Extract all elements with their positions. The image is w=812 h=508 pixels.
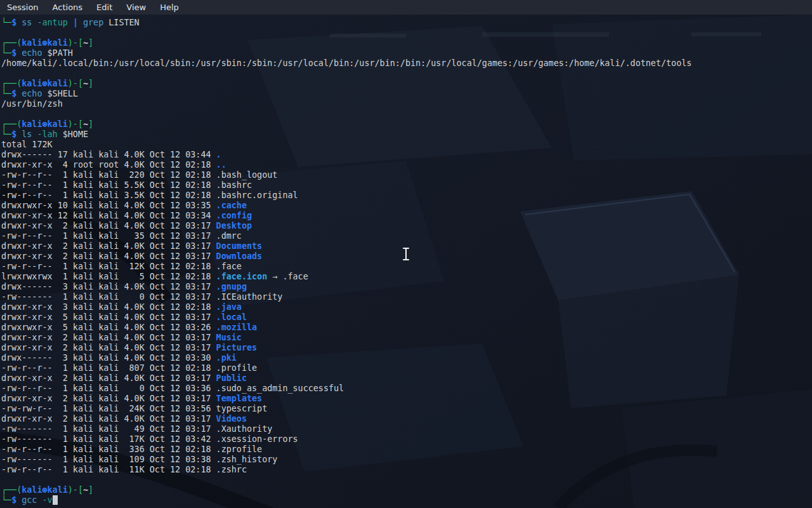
menu-edit[interactable]: Edit: [89, 0, 119, 15]
terminal-line: drwxr-xr-x 12 kali kali 4.0K Oct 12 03:3…: [1, 211, 812, 221]
terminal-line: └─$ ss -antup | grep LISTEN: [1, 18, 812, 28]
terminal-line: ┌──(kali⊛kali)-[~]: [1, 38, 812, 48]
terminal-line: lrwxrwxrwx 1 kali kali 5 Oct 12 02:18 .f…: [1, 272, 812, 282]
terminal-line: -rw-r--r-- 1 kali kali 0 Oct 12 03:36 .s…: [1, 384, 812, 394]
terminal-line: drwxrwxr-x 5 kali kali 4.0K Oct 12 03:26…: [1, 323, 812, 333]
terminal-line: -rw------- 1 kali kali 0 Oct 12 03:17 .I…: [1, 292, 812, 302]
terminal-line: drwx------ 17 kali kali 4.0K Oct 12 03:4…: [1, 150, 812, 160]
terminal-line: drwxr-xr-x 2 kali kali 4.0K Oct 12 03:17…: [1, 333, 812, 343]
terminal-line: total 172K: [1, 140, 812, 150]
terminal-line: drwxr-xr-x 4 root root 4.0K Oct 12 02:18…: [1, 160, 812, 170]
terminal-line: drwxr-xr-x 2 kali kali 4.0K Oct 12 03:17…: [1, 414, 812, 424]
terminal-line: -rw------- 1 kali kali 109 Oct 12 03:38 …: [1, 455, 812, 465]
menu-view[interactable]: View: [119, 0, 153, 15]
terminal-line: -rw-rw-r-- 1 kali kali 24K Oct 12 03:56 …: [1, 404, 812, 414]
terminal-line: drwxr-xr-x 2 kali kali 4.0K Oct 12 03:17…: [1, 373, 812, 384]
menu-help[interactable]: Help: [153, 0, 186, 15]
terminal-line: └─$ ls -lah $HOME: [1, 130, 812, 140]
terminal-line: drwxr-xr-x 5 kali kali 4.0K Oct 12 03:17…: [1, 312, 812, 323]
terminal-line: └─$ echo $PATH: [1, 48, 812, 58]
terminal-line: /home/kali/.local/bin:/usr/local/sbin:/u…: [1, 58, 812, 69]
terminal-line: -rw-r--r-- 1 kali kali 12K Oct 12 02:18 …: [1, 262, 812, 272]
terminal-output[interactable]: └─$ ss -antup | grep LISTEN┌──(kali⊛kali…: [0, 15, 812, 508]
terminal-line: -rw------- 1 kali kali 17K Oct 12 03:42 …: [1, 434, 812, 444]
terminal-line: drwx------ 3 kali kali 4.0K Oct 12 03:17…: [1, 282, 812, 292]
terminal-line: /usr/bin/zsh: [1, 99, 812, 109]
menu-session[interactable]: Session: [0, 0, 46, 15]
terminal-line: -rw-r--r-- 1 kali kali 807 Oct 12 02:18 …: [1, 363, 812, 373]
terminal-line: └─$ echo $SHELL: [1, 89, 812, 99]
terminal-line: drwxr-xr-x 2 kali kali 4.0K Oct 12 03:17…: [1, 241, 812, 251]
terminal-line: -rw-r--r-- 1 kali kali 336 Oct 12 02:18 …: [1, 444, 812, 455]
terminal-line: -rw-r--r-- 1 kali kali 5.5K Oct 12 02:18…: [1, 180, 812, 190]
terminal-line: [1, 109, 812, 119]
terminal-line: drwxr-xr-x 2 kali kali 4.0K Oct 12 03:17…: [1, 394, 812, 404]
terminal-line: -rw-r--r-- 1 kali kali 3.5K Oct 12 02:18…: [1, 190, 812, 201]
terminal-line: drwxr-xr-x 3 kali kali 4.0K Oct 12 02:18…: [1, 302, 812, 312]
menu-bar: Session Actions Edit View Help: [0, 0, 812, 15]
terminal-line: drwx------ 3 kali kali 4.0K Oct 12 03:30…: [1, 353, 812, 363]
terminal-line: -rw-r--r-- 1 kali kali 11K Oct 12 02:18 …: [1, 465, 812, 475]
terminal-line: ┌──(kali⊛kali)-[~]: [1, 119, 812, 130]
terminal-line: └─$ gcc -v: [1, 495, 812, 505]
terminal-line: ┌──(kali⊛kali)-[~]: [1, 485, 812, 495]
terminal-line: [1, 28, 812, 38]
terminal-line: ┌──(kali⊛kali)-[~]: [1, 79, 812, 89]
terminal-line: [1, 69, 812, 79]
terminal-line: drwxr-xr-x 2 kali kali 4.0K Oct 12 03:17…: [1, 221, 812, 231]
terminal-line: -rw-r--r-- 1 kali kali 35 Oct 12 03:17 .…: [1, 231, 812, 241]
terminal-line: -rw------- 1 kali kali 49 Oct 12 03:17 .…: [1, 424, 812, 434]
terminal-line: drwxr-xr-x 2 kali kali 4.0K Oct 12 03:17…: [1, 343, 812, 353]
menu-actions[interactable]: Actions: [46, 0, 90, 15]
terminal-line: drwxr-xr-x 2 kali kali 4.0K Oct 12 03:17…: [1, 251, 812, 262]
terminal-line: [1, 475, 812, 485]
terminal-line: -rw-r--r-- 1 kali kali 220 Oct 12 02:18 …: [1, 170, 812, 180]
terminal-line: drwxrwxr-x 10 kali kali 4.0K Oct 12 03:3…: [1, 201, 812, 211]
